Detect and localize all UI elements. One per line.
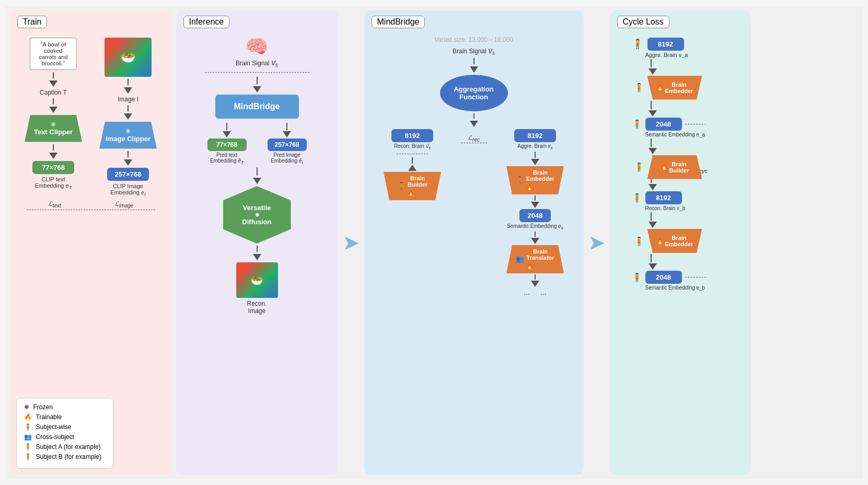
legend-cross-subject: 👥 Cross-subject xyxy=(24,433,106,441)
pred-text-emb: 77×768 xyxy=(207,138,247,151)
recon-image-label: Recon.Image xyxy=(247,300,267,315)
pred-img-label: Pred ImageEmbedding êI xyxy=(271,152,303,165)
brain-signal-label: Brain Signal Vs xyxy=(236,60,278,68)
subject-b-icon-emb: 🧍 xyxy=(632,272,642,282)
cycle-label: Cycle Loss xyxy=(617,16,669,28)
dots-right: ... xyxy=(540,288,547,296)
cycle-sem-emb-b-label: Semantic Embedding e_b xyxy=(632,285,705,291)
brain-translator-box: 👥 Brain Translator 🔥 xyxy=(506,245,564,273)
versatile-diffusion-box: Versatile ❄ Diffusion xyxy=(223,186,291,244)
clip-img-emb: 257×768 xyxy=(107,168,149,181)
main-container: Train "A bowl of cooked carrots and broc… xyxy=(6,6,863,479)
aggre-brain-box: 8192 xyxy=(514,129,556,142)
dots-left: ... xyxy=(524,288,530,296)
mindbridge-box: MindBridge xyxy=(215,95,299,119)
subj-a-brain-label: Aggre. Brain v_a xyxy=(632,52,688,58)
mindbridge-panel: MindBridge Varied size: 13,000～16,000 Br… xyxy=(364,10,584,475)
l-text-label: ℒtext xyxy=(48,200,61,209)
brain-embedder-box: 🧍 Brain Embedder 🔥 xyxy=(506,166,564,194)
cycle-recon-brain-b-label: Recon. Brain v_b xyxy=(632,205,686,211)
legend-frozen: ❄ Frozen xyxy=(24,403,106,411)
arrow-inference-to-mindbridge: ➤ xyxy=(342,10,360,475)
subject-a-icon-embedder: 🧍 xyxy=(634,83,644,93)
image-label: Image I xyxy=(118,96,138,103)
cycle-sem-emb-b: 2048 xyxy=(645,271,682,284)
clip-img-label: CLIP ImageEmbedding eI xyxy=(110,183,145,197)
diffusion-label: Diffusion xyxy=(242,218,271,226)
image-clipper-box: ❄ Image Clipper xyxy=(99,122,157,149)
cycle-panel: Cycle Loss 🧍 8192 Aggre. Brain v_a 🧍 🔥 B… xyxy=(610,10,751,475)
train-panel: Train "A bowl of cooked carrots and broc… xyxy=(10,10,172,475)
cycle-brain-embedder2: 🔥 BrainEmbedder xyxy=(647,229,702,253)
subj-a-brain-box: 8192 xyxy=(647,38,684,51)
snowflake-icon: ❄ xyxy=(24,403,29,411)
inference-label: Inference xyxy=(183,16,230,28)
mb-brain-signal-label: Brain Signal Vs xyxy=(371,48,577,56)
inference-panel: Inference 🧠 Brain Signal Vs MindBridge 7… xyxy=(176,10,338,475)
legend-subject-a: 🧍 Subject A (for example) xyxy=(24,443,106,451)
pred-img-emb: 257×768 xyxy=(268,138,307,151)
pred-text-label: Pred textEmbedding êT xyxy=(210,152,244,165)
person-orange-icon: 🧍 xyxy=(24,423,32,431)
cycle-brain-builder: 🔥 BrainBuilder xyxy=(647,155,702,179)
arrow-mindbridge-to-cycle: ➤ xyxy=(588,10,606,475)
cycle-brain-embedder1: 🔥 BrainEmbedder xyxy=(647,76,702,100)
aggre-brain-label: Aggre. Brain vs xyxy=(517,143,553,151)
cycle-sem-emb-a: 2048 xyxy=(645,118,682,131)
recon-brain-label: Recon. Brain v̂s xyxy=(394,143,431,151)
legend-trainable: 🔥 Trainable xyxy=(24,413,106,421)
clip-text-label: CLIP textEmbedding eT xyxy=(35,176,72,190)
subject-b-icon-recon: 🧍 xyxy=(632,193,642,203)
person-red-icon: 🧍 xyxy=(24,443,32,451)
legend-box: ❄ Frozen 🔥 Trainable 🧍 Subject-wise 👥 Cr… xyxy=(16,398,113,469)
brain-builder-box-left: 🧍 Brain Builder 🔥 xyxy=(384,172,441,200)
aggregation-function-box: Aggregation Function xyxy=(440,75,508,111)
subject-b-icon-builder: 🧍 xyxy=(634,162,644,172)
semantic-emb-label: Semantic Embedding es xyxy=(507,223,563,230)
caption-box: "A bowl of cooked carrots and broccoli." xyxy=(30,38,77,70)
person-green-icon: 🧍 xyxy=(24,453,32,460)
legend-subject-b: 🧍 Subject B (for example) xyxy=(24,453,106,460)
recon-image: 🥗 xyxy=(236,262,278,298)
flame-icon: 🔥 xyxy=(24,413,32,421)
food-image: 🥗 xyxy=(105,38,152,77)
l-rec-label: ℒrec xyxy=(468,134,480,143)
image-clipper-label: Image Clipper xyxy=(106,135,151,143)
l-image-label: ℒimage xyxy=(114,200,133,209)
caption-label: Caption T xyxy=(40,89,67,96)
semantic-emb-box: 2048 xyxy=(519,209,551,222)
text-clipper-label: Text Clipper xyxy=(34,128,73,136)
varied-size-label: Varied size: 13,000～16,000 xyxy=(371,36,577,44)
clip-text-emb: 77×768 xyxy=(32,161,74,174)
subject-b-icon-embedder: 🧍 xyxy=(634,236,644,246)
brain-icon: 🧠 xyxy=(245,36,269,57)
cycle-sem-emb-a-label: Semantic Embedding e_a xyxy=(632,132,705,137)
subject-a-icon-top: 🧍 xyxy=(632,38,643,50)
text-clipper-box: ❄ Text Clipper xyxy=(25,115,82,142)
caption-col: "A bowl of cooked carrots and broccoli."… xyxy=(25,38,82,190)
cycle-recon-brain-b: 8192 xyxy=(645,191,682,204)
people-blue-icon: 👥 xyxy=(24,433,32,441)
mindbridge-panel-label: MindBridge xyxy=(372,16,425,28)
legend-subject-wise: 🧍 Subject-wise xyxy=(24,423,106,431)
versatile-label: Versatile xyxy=(243,204,271,212)
train-label: Train xyxy=(17,16,48,28)
subject-a-icon-emb: 🧍 xyxy=(632,119,642,129)
image-col: 🥗 Image I ❄ Image Clipper 257×768 CLIP I… xyxy=(99,38,157,197)
recon-brain-box: 8192 xyxy=(391,129,433,142)
